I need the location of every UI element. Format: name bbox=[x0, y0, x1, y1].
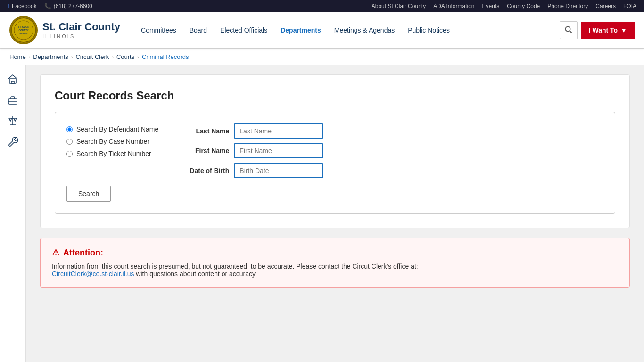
radio-group: Search By Defendant Name Search By Case … bbox=[66, 123, 158, 157]
breadcrumb-courts[interactable]: Courts bbox=[116, 53, 134, 60]
radio-case[interactable] bbox=[66, 139, 73, 145]
about-link[interactable]: About St Clair County bbox=[372, 3, 426, 9]
nav-committees[interactable]: Committees bbox=[134, 22, 183, 39]
first-name-row: First Name bbox=[177, 143, 323, 158]
breadcrumb-sep-2: › bbox=[71, 54, 73, 60]
state-name: ILLINOIS bbox=[42, 33, 120, 40]
search-form-box: Search By Defendant Name Search By Case … bbox=[55, 112, 615, 214]
i-want-to-button[interactable]: I Want To ▼ bbox=[581, 22, 635, 39]
svg-text:ST. CLAIR: ST. CLAIR bbox=[18, 25, 29, 28]
logo-area: ST. CLAIR COUNTY ILLINOIS St. Clair Coun… bbox=[9, 16, 120, 44]
county-name: St. Clair County bbox=[42, 21, 120, 33]
radio-ticket[interactable] bbox=[66, 151, 73, 157]
search-icon bbox=[565, 26, 572, 35]
breadcrumb-home[interactable]: Home bbox=[9, 53, 26, 60]
top-bar-right: About St Clair County ADA Information Ev… bbox=[372, 3, 636, 9]
breadcrumb-sep-1: › bbox=[29, 54, 31, 60]
nav-board[interactable]: Board bbox=[183, 22, 214, 39]
phone-link[interactable]: 📞 (618) 277-6600 bbox=[44, 3, 92, 9]
warning-icon: ⚠ bbox=[52, 247, 59, 258]
radio-case-label[interactable]: Search By Case Number bbox=[66, 138, 158, 145]
breadcrumb-sep-4: › bbox=[137, 54, 139, 60]
radio-case-text: Search By Case Number bbox=[76, 138, 149, 145]
top-bar: f Facebook 📞 (618) 277-6600 About St Cla… bbox=[0, 0, 644, 12]
header: ST. CLAIR COUNTY ILLINOIS St. Clair Coun… bbox=[0, 12, 644, 48]
breadcrumb-circuit-clerk[interactable]: Circuit Clerk bbox=[75, 53, 109, 60]
svg-line-6 bbox=[570, 31, 572, 33]
sidebar-home-icon[interactable] bbox=[3, 70, 22, 89]
svg-text:COUNTY: COUNTY bbox=[18, 29, 29, 32]
breadcrumb-sep-3: › bbox=[112, 54, 114, 60]
breadcrumb-criminal-records: Criminal Records bbox=[142, 53, 189, 60]
logo-text: St. Clair County ILLINOIS bbox=[42, 21, 120, 40]
radio-defendant-text: Search By Defendant Name bbox=[76, 125, 158, 133]
first-name-input[interactable] bbox=[234, 143, 323, 158]
circuit-clerk-email[interactable]: CircuitClerk@co.st-clair.il.us bbox=[52, 270, 134, 278]
sidebar-tools-icon[interactable] bbox=[3, 132, 22, 151]
main-content: Court Records Search Search By Defendant… bbox=[26, 65, 644, 362]
court-records-card: Court Records Search Search By Defendant… bbox=[40, 74, 630, 228]
logo-seal: ST. CLAIR COUNTY ILLINOIS bbox=[9, 16, 38, 44]
sidebar bbox=[0, 65, 26, 362]
svg-point-5 bbox=[565, 26, 570, 31]
foia-link[interactable]: FOIA bbox=[623, 3, 636, 9]
sidebar-briefcase-icon[interactable] bbox=[3, 90, 22, 109]
nav-elected-officials[interactable]: Elected Officials bbox=[214, 22, 274, 39]
search-submit-button[interactable]: Search bbox=[66, 186, 111, 202]
radio-ticket-text: Search By Ticket Number bbox=[76, 150, 151, 157]
phone-icon: 📞 bbox=[44, 3, 51, 9]
last-name-row: Last Name bbox=[177, 123, 323, 139]
svg-rect-8 bbox=[11, 81, 14, 83]
search-button[interactable] bbox=[560, 21, 578, 39]
search-submit-row: Search bbox=[66, 186, 603, 202]
nav-meetings[interactable]: Meetings & Agendas bbox=[328, 22, 401, 39]
careers-link[interactable]: Careers bbox=[595, 3, 616, 9]
nav-public-notices[interactable]: Public Notices bbox=[401, 22, 456, 39]
main-nav: Committees Board Elected Officials Depar… bbox=[134, 22, 556, 39]
events-link[interactable]: Events bbox=[482, 3, 500, 9]
facebook-icon: f bbox=[8, 3, 9, 9]
radio-ticket-label[interactable]: Search By Ticket Number bbox=[66, 150, 158, 157]
breadcrumb: Home › Departments › Circuit Clerk › Cou… bbox=[0, 48, 644, 65]
nav-departments[interactable]: Departments bbox=[274, 22, 328, 39]
first-name-label: First Name bbox=[177, 147, 229, 155]
chevron-down-icon: ▼ bbox=[620, 26, 627, 34]
last-name-input[interactable] bbox=[234, 123, 323, 139]
dob-label: Date of Birth bbox=[177, 167, 229, 174]
radio-defendant-label[interactable]: Search By Defendant Name bbox=[66, 125, 158, 133]
attention-body: Information from this court search is pr… bbox=[52, 263, 618, 278]
county-code-link[interactable]: County Code bbox=[507, 3, 540, 9]
phone-directory-link[interactable]: Phone Directory bbox=[547, 3, 588, 9]
search-form-inner: Search By Defendant Name Search By Case … bbox=[66, 123, 603, 178]
last-name-label: Last Name bbox=[177, 127, 229, 135]
breadcrumb-departments[interactable]: Departments bbox=[33, 53, 68, 60]
page-title: Court Records Search bbox=[55, 89, 615, 102]
sidebar-scales-icon[interactable] bbox=[3, 111, 22, 130]
attention-box: ⚠ Attention: Information from this court… bbox=[40, 238, 630, 288]
fields-group: Last Name First Name Date of Birth bbox=[177, 123, 323, 178]
facebook-link[interactable]: f Facebook bbox=[8, 3, 37, 9]
radio-defendant[interactable] bbox=[66, 126, 73, 132]
ada-link[interactable]: ADA Information bbox=[433, 3, 474, 9]
page-layout: Court Records Search Search By Defendant… bbox=[0, 65, 644, 362]
dob-row: Date of Birth bbox=[177, 163, 323, 178]
dob-input[interactable] bbox=[234, 163, 323, 178]
top-bar-left: f Facebook 📞 (618) 277-6600 bbox=[8, 3, 92, 9]
svg-text:ILLINOIS: ILLINOIS bbox=[20, 33, 28, 35]
attention-title: ⚠ Attention: bbox=[52, 247, 618, 258]
